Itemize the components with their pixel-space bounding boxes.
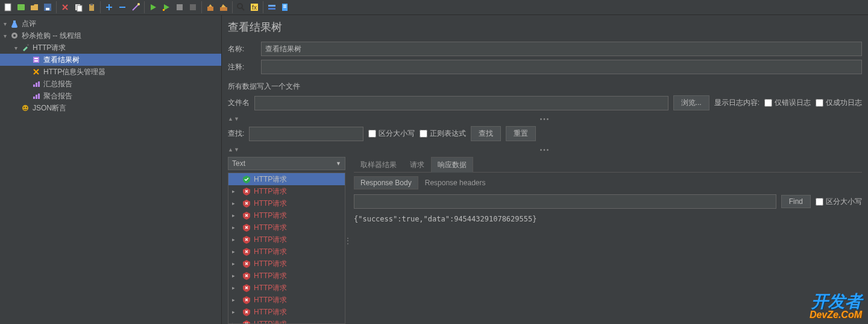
expand-icon[interactable]: ▸ xyxy=(232,249,239,255)
shield-fail-icon xyxy=(242,211,251,220)
collapse-bar-1[interactable]: ▲▼••• xyxy=(228,114,862,124)
shield-fail-icon xyxy=(242,259,251,268)
svg-rect-10 xyxy=(177,4,183,10)
result-row[interactable]: ▸HTTP请求 xyxy=(228,294,345,306)
result-tree-icon xyxy=(31,55,41,65)
result-row[interactable]: ▸HTTP请求 xyxy=(228,258,345,270)
tree-label: HTTP信息头管理器 xyxy=(43,67,110,77)
copy-icon[interactable] xyxy=(72,1,84,13)
result-row[interactable]: ▸HTTP请求 xyxy=(228,306,345,318)
tree-item[interactable]: ▾点评 xyxy=(0,17,221,30)
result-label: HTTP请求 xyxy=(254,319,287,325)
filename-field[interactable] xyxy=(254,96,668,110)
svg-rect-25 xyxy=(27,44,29,46)
options-toggle-icon[interactable] xyxy=(266,1,278,13)
chevron-down-icon: ▼ xyxy=(336,160,341,167)
expand-icon[interactable]: ▸ xyxy=(232,200,239,206)
expand-icon[interactable]: ▸ xyxy=(232,188,239,194)
clear-icon[interactable] xyxy=(204,1,216,13)
paste-icon[interactable] xyxy=(86,1,98,13)
new-icon[interactable] xyxy=(2,1,14,13)
result-row[interactable]: ▸HTTP请求 xyxy=(228,197,345,209)
search-field[interactable] xyxy=(249,127,363,141)
result-row[interactable]: ▸HTTP请求 xyxy=(228,270,345,282)
tree-item[interactable]: ▾秒杀抢购 -- 线程组 xyxy=(0,30,221,42)
plus-icon[interactable] xyxy=(103,1,115,13)
name-label: 名称: xyxy=(228,44,261,54)
result-row[interactable]: ▸HTTP请求 xyxy=(228,209,345,221)
vertical-splitter[interactable] xyxy=(345,157,350,324)
cut-icon[interactable] xyxy=(59,1,71,13)
stop-all-icon[interactable] xyxy=(187,1,199,13)
search-button[interactable]: 查找 xyxy=(471,126,501,141)
expand-icon[interactable]: ▸ xyxy=(232,285,239,291)
tree-item[interactable]: JSON断言 xyxy=(0,102,221,114)
templates-icon[interactable] xyxy=(15,1,27,13)
result-row[interactable]: ▸HTTP请求 xyxy=(228,246,345,258)
tab[interactable]: 请求 xyxy=(403,157,431,173)
expand-icon[interactable]: ▸ xyxy=(232,237,239,243)
expand-icon[interactable]: ▸ xyxy=(232,309,239,315)
dropper-icon xyxy=(20,43,30,52)
clear-all-icon[interactable] xyxy=(218,1,230,13)
tree-toggle-icon[interactable]: ▾ xyxy=(11,45,20,51)
tree-toggle-icon[interactable]: ▾ xyxy=(0,33,10,39)
wand-icon[interactable] xyxy=(130,1,142,13)
search-label: 查找: xyxy=(228,129,244,139)
tab[interactable]: 响应数据 xyxy=(431,157,473,173)
open-icon[interactable] xyxy=(28,1,40,13)
tree-item[interactable]: 聚合报告 xyxy=(0,90,221,102)
stop-icon[interactable] xyxy=(174,1,186,13)
only-success-checkbox[interactable]: 仅成功日志 xyxy=(816,98,862,108)
expand-icon[interactable]: ▸ xyxy=(232,224,239,230)
shield-fail-icon xyxy=(242,283,251,293)
tab[interactable]: 取样器结果 xyxy=(354,157,403,173)
function-icon[interactable]: fx xyxy=(248,1,260,13)
result-label: HTTP请求 xyxy=(254,247,287,257)
expand-icon[interactable]: ▸ xyxy=(232,273,239,279)
svg-rect-17 xyxy=(268,5,275,7)
shield-fail-icon xyxy=(242,223,251,232)
result-label: HTTP请求 xyxy=(254,307,287,317)
svg-rect-18 xyxy=(268,8,275,10)
help-icon[interactable] xyxy=(279,1,291,13)
renderer-dropdown[interactable]: Text ▼ xyxy=(228,157,345,170)
tree-item[interactable]: HTTP信息头管理器 xyxy=(0,66,221,78)
find-button[interactable]: Find xyxy=(781,195,811,208)
result-row[interactable]: ▸HTTP请求 xyxy=(228,185,345,197)
svg-rect-1 xyxy=(17,4,25,10)
comment-field[interactable] xyxy=(261,60,862,74)
result-row[interactable]: ▸HTTP请求 xyxy=(228,221,345,233)
search-icon[interactable] xyxy=(235,1,247,13)
browse-button[interactable]: 浏览... xyxy=(673,95,709,110)
collapse-bar-2[interactable]: ▲▼••• xyxy=(228,145,862,154)
tree-item[interactable]: 汇总报告 xyxy=(0,78,221,90)
expand-icon[interactable]: ▸ xyxy=(232,297,239,303)
result-row[interactable]: HTTP请求 xyxy=(228,173,345,185)
tree-item[interactable]: ▾HTTP请求 xyxy=(0,42,221,54)
result-row[interactable]: ▸HTTP请求 xyxy=(228,318,345,324)
minus-icon[interactable] xyxy=(116,1,128,13)
expand-icon[interactable]: ▸ xyxy=(232,261,239,267)
find-field[interactable] xyxy=(354,194,776,209)
find-case-checkbox[interactable]: 区分大小写 xyxy=(816,197,862,207)
save-icon[interactable] xyxy=(42,1,54,13)
response-body: {"success":true,"data":94544329107862955… xyxy=(354,215,862,223)
tree-item[interactable]: 查看结果树 xyxy=(0,54,221,66)
run-no-pause-icon[interactable] xyxy=(160,1,172,13)
subtab[interactable]: Response Body xyxy=(354,176,418,189)
run-icon[interactable] xyxy=(147,1,159,13)
result-row[interactable]: ▸HTTP请求 xyxy=(228,233,345,246)
result-label: HTTP请求 xyxy=(254,259,287,269)
regex-checkbox[interactable]: 正则表达式 xyxy=(420,129,466,139)
only-error-checkbox[interactable]: 仅错误日志 xyxy=(764,98,811,108)
shield-fail-icon xyxy=(242,271,251,281)
expand-icon[interactable]: ▸ xyxy=(232,212,239,218)
reset-button[interactable]: 重置 xyxy=(506,126,536,141)
case-sensitive-checkbox[interactable]: 区分大小写 xyxy=(368,129,415,139)
result-row[interactable]: ▸HTTP请求 xyxy=(228,282,345,294)
name-field[interactable] xyxy=(261,42,862,56)
subtab[interactable]: Response headers xyxy=(418,176,492,189)
expand-icon[interactable]: ▸ xyxy=(232,321,239,324)
tree-toggle-icon[interactable]: ▾ xyxy=(0,21,10,27)
